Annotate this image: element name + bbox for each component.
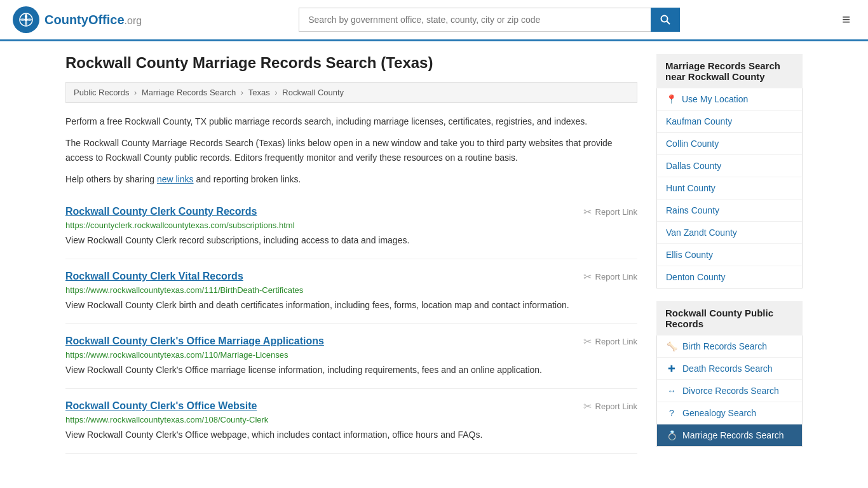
list-item: ✚ Death Records Search <box>657 358 802 380</box>
list-item: Collin County <box>657 133 802 155</box>
genealogy-label: Genealogy Search <box>682 408 756 418</box>
collin-county-link[interactable]: Collin County <box>657 133 802 154</box>
result-item: Rockwall County Clerk Vital Records ✂ Re… <box>65 259 637 324</box>
result-url: https://www.rockwallcountytexas.com/111/… <box>65 285 637 295</box>
divorce-records-label: Divorce Records Search <box>682 386 779 396</box>
location-icon: 📍 <box>666 94 677 104</box>
breadcrumb-public-records[interactable]: Public Records <box>74 88 129 97</box>
report-link-label: Report Link <box>595 402 637 411</box>
result-url: https://www.rockwallcountytexas.com/108/… <box>65 415 637 424</box>
result-item: Rockwall County Clerk's Office Marriage … <box>65 324 637 389</box>
breadcrumb-texas[interactable]: Texas <box>248 88 270 97</box>
list-item: ↔ Divorce Records Search <box>657 380 802 402</box>
new-links-link[interactable]: new links <box>157 174 194 184</box>
search-area <box>299 8 680 32</box>
genealogy-link[interactable]: ? Genealogy Search <box>657 402 802 424</box>
menu-button[interactable]: ≡ <box>837 9 855 30</box>
genealogy-icon: ? <box>666 408 677 418</box>
death-records-link[interactable]: ✚ Death Records Search <box>657 358 802 379</box>
result-url: https://countyclerk.rockwallcountytexas.… <box>65 220 637 230</box>
result-desc: View Rockwall County Clerk's Office marr… <box>65 363 637 377</box>
report-icon: ✂ <box>583 271 592 283</box>
result-item: Rockwall County Clerk's Office Website ✂… <box>65 389 637 454</box>
logo-text: CountyOffice.org <box>44 13 142 27</box>
report-link-label: Report Link <box>595 207 637 217</box>
result-header: Rockwall County Clerk's Office Website ✂… <box>65 400 637 412</box>
result-desc: View Rockwall County Clerk birth and dea… <box>65 299 637 312</box>
report-link[interactable]: ✂ Report Link <box>583 336 637 348</box>
report-link-label: Report Link <box>595 272 637 281</box>
breadcrumb-rockwall[interactable]: Rockwall County <box>282 88 344 97</box>
report-link[interactable]: ✂ Report Link <box>583 206 637 218</box>
intro-paragraph-1: Perform a free Rockwall County, TX publi… <box>65 114 637 128</box>
report-link-label: Report Link <box>595 337 637 346</box>
death-icon: ✚ <box>666 363 677 374</box>
results-list: Rockwall County Clerk County Records ✂ R… <box>65 194 637 454</box>
list-item: Ellis County <box>657 244 802 266</box>
svg-point-3 <box>661 16 668 22</box>
logo-icon <box>13 6 39 33</box>
list-item: 💍 Marriage Records Search <box>657 424 802 446</box>
search-button[interactable] <box>651 8 680 32</box>
report-link[interactable]: ✂ Report Link <box>583 400 637 412</box>
result-header: Rockwall County Clerk's Office Marriage … <box>65 336 637 348</box>
death-records-label: Death Records Search <box>682 363 773 374</box>
nearby-section-title: Marriage Records Search near Rockwall Co… <box>656 54 803 88</box>
intro-paragraph-3: Help others by sharing new links and rep… <box>65 172 637 186</box>
main-content: Rockwall County Marriage Records Search … <box>53 41 815 472</box>
kaufman-county-link[interactable]: Kaufman County <box>657 111 802 132</box>
breadcrumb-marriage-records[interactable]: Marriage Records Search <box>142 88 236 97</box>
public-records-list: 🦴 Birth Records Search ✚ Death Records S… <box>656 336 803 447</box>
header-right: ≡ <box>837 9 855 30</box>
svg-line-4 <box>667 22 670 25</box>
van-zandt-county-link[interactable]: Van Zandt County <box>657 222 802 243</box>
logo-area: CountyOffice.org <box>13 6 142 33</box>
svg-point-2 <box>25 18 28 22</box>
public-records-section: Rockwall County Public Records 🦴 Birth R… <box>656 301 803 447</box>
marriage-records-link[interactable]: 💍 Marriage Records Search <box>657 424 802 446</box>
search-input[interactable] <box>299 8 651 32</box>
use-location-item: 📍 Use My Location <box>657 88 802 111</box>
report-link[interactable]: ✂ Report Link <box>583 271 637 283</box>
birth-records-link[interactable]: 🦴 Birth Records Search <box>657 336 802 357</box>
site-header: CountyOffice.org ≡ <box>0 0 868 41</box>
birth-records-label: Birth Records Search <box>682 341 767 351</box>
result-url: https://www.rockwallcountytexas.com/110/… <box>65 350 637 360</box>
list-item: 🦴 Birth Records Search <box>657 336 802 358</box>
intro3-pre: Help others by sharing <box>65 174 157 184</box>
list-item: ? Genealogy Search <box>657 402 802 424</box>
result-desc: View Rockwall County Clerk record subscr… <box>65 234 637 247</box>
hunt-county-link[interactable]: Hunt County <box>657 177 802 199</box>
dallas-county-link[interactable]: Dallas County <box>657 155 802 177</box>
list-item: Rains County <box>657 200 802 222</box>
list-item: Kaufman County <box>657 111 802 133</box>
sidebar: Marriage Records Search near Rockwall Co… <box>656 54 803 459</box>
breadcrumb-sep3: › <box>275 88 280 97</box>
nearby-counties-list: 📍 Use My Location Kaufman County Collin … <box>656 88 803 288</box>
result-title[interactable]: Rockwall County Clerk's Office Website <box>65 400 257 412</box>
divorce-icon: ↔ <box>666 386 677 396</box>
breadcrumb: Public Records › Marriage Records Search… <box>65 82 637 103</box>
rains-county-link[interactable]: Rains County <box>657 200 802 221</box>
divorce-records-link[interactable]: ↔ Divorce Records Search <box>657 380 802 402</box>
result-desc: View Rockwall County Clerk's Office webp… <box>65 428 637 442</box>
intro3-post: and reporting broken links. <box>194 174 301 184</box>
marriage-icon: 💍 <box>666 430 677 440</box>
result-title[interactable]: Rockwall County Clerk's Office Marriage … <box>65 336 324 347</box>
public-records-title: Rockwall County Public Records <box>656 301 803 336</box>
report-icon: ✂ <box>583 400 592 412</box>
result-header: Rockwall County Clerk Vital Records ✂ Re… <box>65 271 637 283</box>
denton-county-link[interactable]: Denton County <box>657 266 802 288</box>
result-item: Rockwall County Clerk County Records ✂ R… <box>65 194 637 259</box>
result-title[interactable]: Rockwall County Clerk Vital Records <box>65 271 243 282</box>
ellis-county-link[interactable]: Ellis County <box>657 244 802 266</box>
result-title[interactable]: Rockwall County Clerk County Records <box>65 206 257 217</box>
page-title: Rockwall County Marriage Records Search … <box>65 54 637 72</box>
result-header: Rockwall County Clerk County Records ✂ R… <box>65 206 637 218</box>
list-item: Hunt County <box>657 177 802 200</box>
list-item: Denton County <box>657 266 802 288</box>
use-location-link[interactable]: 📍 Use My Location <box>657 88 802 110</box>
content-area: Rockwall County Marriage Records Search … <box>65 54 637 459</box>
birth-icon: 🦴 <box>666 341 677 351</box>
breadcrumb-sep1: › <box>134 88 139 97</box>
